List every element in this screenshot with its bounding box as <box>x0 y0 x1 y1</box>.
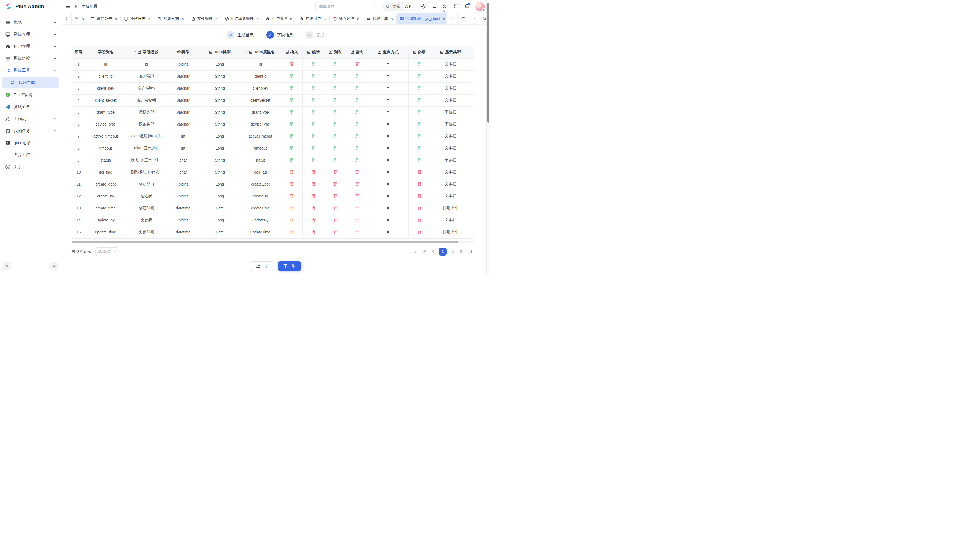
logo[interactable]: Plus Admin <box>0 0 61 13</box>
cell-list[interactable]: 是 <box>324 82 346 94</box>
cell-java_prop[interactable]: id <box>240 58 281 70</box>
cell-insert[interactable]: 是 <box>281 142 302 154</box>
cell-list[interactable]: 否 <box>324 226 346 238</box>
cell-query_way[interactable]: = <box>368 106 408 118</box>
cell-java_type[interactable]: String <box>200 106 240 118</box>
cell-desc[interactable]: token活跃超时时间 <box>126 130 167 142</box>
jump-back-button[interactable] <box>421 248 427 255</box>
cell-java_prop[interactable]: deviceType <box>240 118 281 130</box>
user-avatar[interactable] <box>475 2 485 11</box>
cell-required[interactable]: 否 <box>408 226 430 238</box>
page-size-select[interactable]: 20条/页 <box>95 247 119 256</box>
cell-edit[interactable]: 是 <box>302 106 324 118</box>
cell-insert[interactable]: 否 <box>281 58 302 70</box>
cell-query[interactable]: 是 <box>346 142 368 154</box>
cell-list[interactable]: 是 <box>324 142 346 154</box>
cell-desc[interactable]: 删除标志（0代表... <box>126 166 167 178</box>
cell-display_type[interactable]: 文本框 <box>430 94 471 106</box>
cell-query_way[interactable]: = <box>368 82 408 94</box>
cell-required[interactable]: 是 <box>408 82 430 94</box>
close-icon[interactable]: × <box>290 17 292 21</box>
cell-desc[interactable]: 更新时间 <box>126 226 167 238</box>
cell-desc[interactable]: 更新者 <box>126 214 167 226</box>
cell-java_type[interactable]: String <box>200 118 240 130</box>
cell-display_type[interactable]: 文本框 <box>430 142 471 154</box>
cell-required[interactable]: 是 <box>408 106 430 118</box>
tab-item[interactable]: 在线用户× <box>296 13 329 24</box>
cell-java_prop[interactable]: clientId <box>240 70 281 82</box>
cell-required[interactable]: 否 <box>408 214 430 226</box>
cell-java_type[interactable]: Long <box>200 58 240 70</box>
cell-display_type[interactable]: 文本框 <box>430 214 471 226</box>
cell-list[interactable]: 否 <box>324 214 346 226</box>
cell-required[interactable]: 否 <box>408 202 430 214</box>
cell-query_way[interactable]: = <box>368 142 408 154</box>
cell-display_type[interactable]: 日期控件 <box>430 202 471 214</box>
first-page-button[interactable] <box>412 248 418 255</box>
cell-display_type[interactable]: 下拉框 <box>430 106 471 118</box>
cell-edit[interactable]: 否 <box>302 214 324 226</box>
cell-display_type[interactable]: 下拉框 <box>430 118 471 130</box>
cell-desc[interactable]: 创建时间 <box>126 202 167 214</box>
cell-java_type[interactable]: String <box>200 154 240 166</box>
cell-edit[interactable]: 否 <box>302 202 324 214</box>
cell-edit[interactable]: 否 <box>302 166 324 178</box>
pin-sidebar-button[interactable] <box>50 262 58 270</box>
cell-query_way[interactable]: = <box>368 130 408 142</box>
cell-desc[interactable]: 授权类型 <box>126 106 167 118</box>
tab-item[interactable]: redis缓存监控× <box>329 13 363 24</box>
cell-required[interactable]: 是 <box>408 142 430 154</box>
cell-edit[interactable]: 是 <box>302 58 324 70</box>
cell-insert[interactable]: 是 <box>281 154 302 166</box>
cell-required[interactable]: 否 <box>408 178 430 190</box>
cell-edit[interactable]: 是 <box>302 130 324 142</box>
tab-item[interactable]: 文件管理× <box>188 13 221 24</box>
close-icon[interactable]: × <box>182 17 184 21</box>
close-icon[interactable]: × <box>215 17 218 21</box>
cell-required[interactable]: 是 <box>408 118 430 130</box>
cell-query_way[interactable]: = <box>368 70 408 82</box>
settings-gear-icon[interactable] <box>421 4 426 9</box>
previous-step-button[interactable]: 上一步 <box>250 261 274 271</box>
collapse-sidebar-button[interactable] <box>3 262 11 270</box>
cell-java_prop[interactable]: updateTime <box>240 226 281 238</box>
cell-query[interactable]: 否 <box>346 202 368 214</box>
cell-insert[interactable]: 否 <box>281 214 302 226</box>
cell-desc[interactable]: id <box>126 58 167 70</box>
tab-item[interactable]: 代码生成× <box>363 13 396 24</box>
tenant-select-input[interactable] <box>315 2 377 11</box>
cell-java_prop[interactable]: clientSecret <box>240 94 281 106</box>
cell-java_type[interactable]: Long <box>200 142 240 154</box>
fullscreen-icon[interactable] <box>453 4 459 9</box>
cell-required[interactable]: 否 <box>408 166 430 178</box>
cell-java_prop[interactable]: updateBy <box>240 214 281 226</box>
jump-forward-button[interactable] <box>458 248 465 255</box>
cell-java_prop[interactable]: activeTimeout <box>240 130 281 142</box>
sidebar-item[interactable]: 工作流 <box>0 113 61 125</box>
cell-query_way[interactable]: = <box>368 178 408 190</box>
cell-display_type[interactable]: 单选框 <box>430 154 471 166</box>
tab-item[interactable]: 通知公告× <box>87 13 120 24</box>
cell-insert[interactable]: 是 <box>281 106 302 118</box>
close-icon[interactable]: × <box>115 17 117 21</box>
cell-edit[interactable]: 否 <box>302 178 324 190</box>
cell-required[interactable]: 是 <box>408 94 430 106</box>
cell-list[interactable]: 否 <box>324 190 346 202</box>
cell-java_type[interactable]: String <box>200 166 240 178</box>
cell-insert[interactable]: 否 <box>281 178 302 190</box>
cell-desc[interactable]: 客户端id <box>126 70 167 82</box>
hamburger-menu-icon[interactable] <box>65 4 71 9</box>
cell-desc[interactable]: 客户端key <box>126 82 167 94</box>
cell-query_way[interactable]: = <box>368 190 408 202</box>
tab-item[interactable]: 租户套餐管理× <box>221 13 262 24</box>
cell-query[interactable]: 是 <box>346 130 368 142</box>
cell-query[interactable]: 是 <box>346 118 368 130</box>
cell-java_type[interactable]: String <box>200 82 240 94</box>
cell-java_prop[interactable]: status <box>240 154 281 166</box>
cell-desc[interactable]: 创建者 <box>126 190 167 202</box>
tab-item[interactable]: 生成配置: sys_client× <box>396 13 447 24</box>
global-search-button[interactable]: 搜索 ⌘ K <box>382 2 415 11</box>
cell-java_prop[interactable]: timeout <box>240 142 281 154</box>
close-icon[interactable]: × <box>357 17 360 21</box>
cell-display_type[interactable]: 文本框 <box>430 166 471 178</box>
